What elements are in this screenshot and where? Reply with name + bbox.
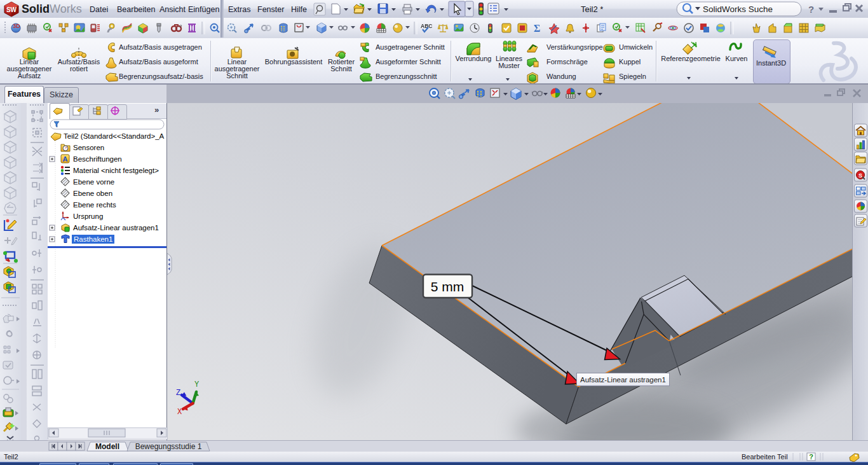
svg-text:SolidWorks: SolidWorks [22,3,82,15]
svg-text:SW: SW [6,6,17,13]
svg-text:SolidWorks Suche: SolidWorks Suche [703,4,773,14]
svg-text:?: ? [808,4,814,15]
svg-text:Σ: Σ [534,23,540,34]
svg-text:?: ? [809,453,813,461]
svg-text:Y: Y [194,380,199,389]
svg-text:?: ? [179,24,182,29]
svg-text:Bewegungsstudie 1: Bewegungsstudie 1 [135,442,202,451]
svg-text:5 mm: 5 mm [431,279,465,294]
svg-text:Modell: Modell [95,442,119,451]
svg-text:Z: Z [176,389,180,398]
svg-text:Aufsatz-Linear austragen1: Aufsatz-Linear austragen1 [580,376,666,384]
svg-text:3D: 3D [13,23,20,29]
svg-text:ABC: ABC [421,23,432,29]
svg-text:X: X [177,408,182,417]
svg-text:A: A [63,155,68,163]
svg-text:S: S [858,172,862,179]
